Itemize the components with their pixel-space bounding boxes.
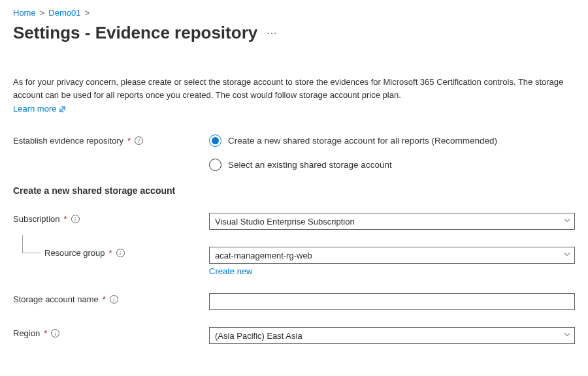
- select-value: acat-management-rg-web: [215, 251, 312, 260]
- label-text: Region: [13, 328, 40, 338]
- radio-select-existing[interactable]: Select an existing shared storage accoun…: [209, 159, 575, 171]
- radio-label: Create a new shared storage account for …: [228, 136, 497, 146]
- info-icon[interactable]: i: [135, 136, 143, 145]
- required-asterisk: *: [64, 214, 67, 224]
- select-value: Visual Studio Enterprise Subscription: [215, 217, 355, 227]
- label-text: Subscription: [13, 214, 60, 224]
- storage-account-row: Storage account name * i: [13, 293, 575, 310]
- learn-more-link[interactable]: Learn more: [13, 104, 66, 114]
- tree-line: [22, 235, 41, 253]
- resource-group-select[interactable]: acat-management-rg-web: [209, 247, 575, 264]
- learn-more-label: Learn more: [13, 104, 56, 114]
- radio-icon: [209, 159, 221, 171]
- resource-group-label: Resource group * i: [13, 247, 209, 258]
- page-title: Settings - Evidence repository: [13, 23, 257, 43]
- subscription-select[interactable]: Visual Studio Enterprise Subscription: [209, 213, 575, 230]
- info-icon[interactable]: i: [116, 249, 125, 257]
- storage-account-label: Storage account name * i: [13, 293, 209, 304]
- info-icon[interactable]: i: [51, 329, 59, 337]
- subscription-label: Subscription * i: [13, 213, 209, 224]
- external-link-icon: [59, 105, 66, 112]
- region-label: Region * i: [13, 327, 209, 338]
- radio-icon-selected: [209, 134, 221, 147]
- breadcrumb-home[interactable]: Home: [13, 8, 36, 18]
- repository-radio-group: Create a new shared storage account for …: [209, 134, 575, 171]
- info-icon[interactable]: i: [71, 215, 80, 223]
- more-actions-button[interactable]: ···: [267, 27, 277, 39]
- label-text: Establish evidence repository: [13, 136, 123, 146]
- info-icon[interactable]: i: [110, 295, 118, 304]
- radio-label: Select an existing shared storage accoun…: [228, 160, 392, 170]
- label-text: Storage account name: [13, 294, 99, 304]
- required-asterisk: *: [127, 136, 131, 146]
- intro-text: As for your privacy concern, please crea…: [13, 76, 575, 101]
- subscription-row: Subscription * i Visual Studio Enterpris…: [13, 213, 575, 230]
- required-asterisk: *: [44, 328, 47, 338]
- required-asterisk: *: [103, 294, 106, 304]
- breadcrumb: Home > Demo01 >: [13, 8, 575, 18]
- select-value: (Asia Pacific) East Asia: [215, 331, 302, 341]
- region-row: Region * i (Asia Pacific) East Asia: [13, 327, 575, 344]
- establish-repository-label: Establish evidence repository * i: [13, 134, 209, 146]
- chevron-right-icon: >: [40, 8, 45, 18]
- section-heading: Create a new shared storage account: [13, 185, 575, 196]
- label-text: Resource group: [44, 248, 105, 258]
- establish-repository-row: Establish evidence repository * i Create…: [13, 134, 575, 171]
- create-new-rg-link[interactable]: Create new: [209, 266, 252, 276]
- region-select[interactable]: (Asia Pacific) East Asia: [209, 327, 575, 344]
- chevron-right-icon: >: [84, 8, 90, 18]
- radio-create-new[interactable]: Create a new shared storage account for …: [209, 134, 575, 147]
- storage-account-input[interactable]: [209, 293, 575, 310]
- required-asterisk: *: [109, 248, 112, 258]
- page-header: Settings - Evidence repository ···: [13, 23, 575, 43]
- resource-group-row: Resource group * i acat-management-rg-we…: [13, 247, 575, 276]
- breadcrumb-demo[interactable]: Demo01: [48, 8, 80, 18]
